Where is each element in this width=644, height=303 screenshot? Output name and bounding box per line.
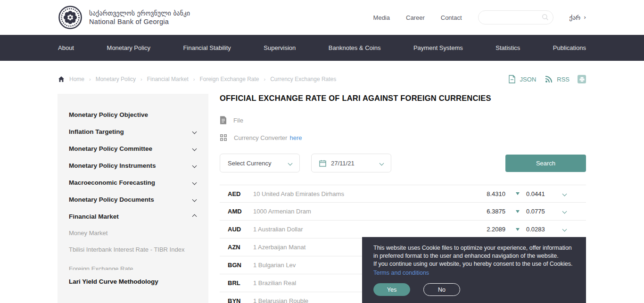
- chevron-down-icon[interactable]: [562, 209, 567, 214]
- chevron-up-icon: [192, 214, 197, 219]
- breadcrumb-home[interactable]: Home: [69, 76, 84, 82]
- chevron-separator-icon: ›: [140, 76, 142, 82]
- chevron-down-icon[interactable]: [562, 227, 567, 232]
- breadcrumb-actions: JSON RSS: [508, 75, 586, 83]
- sidebar-item-label: Lari Yield Curve Methodology: [69, 278, 158, 285]
- triangle-down-icon: [516, 228, 520, 231]
- currency-select-value: Select Currency: [228, 160, 271, 167]
- nbg-logo-icon: [58, 5, 83, 30]
- sidebar-item-monetary-policy-objective[interactable]: Monetary Policy Objective: [58, 106, 208, 123]
- currency-converter-icon: [220, 134, 227, 141]
- nav-item-payment-systems[interactable]: Payment Systems: [413, 44, 463, 51]
- home-icon[interactable]: [58, 76, 65, 82]
- currency-code: BRL: [228, 279, 253, 287]
- date-picker-value: 27/11/21: [331, 160, 355, 167]
- cookie-text-line1: This website uses Cookie files to optimi…: [373, 244, 575, 260]
- breadcrumb-currency-exchange-rates[interactable]: Currency Exchange Rates: [270, 76, 336, 82]
- currency-name: 1 Australian Dollar: [253, 226, 303, 233]
- chevron-down-icon: [192, 197, 197, 202]
- brand-title-english: National Bank of Georgia: [89, 18, 190, 25]
- page-title: OFFICIAL EXCHANGE RATE OF LARI AGAINST F…: [220, 94, 586, 103]
- sidebar-item-label: Monetary Policy Instruments: [69, 162, 156, 169]
- currency-name: 1 Brazilian Real: [253, 279, 296, 287]
- nav-item-banknotes-coins[interactable]: Banknotes & Coins: [329, 44, 381, 51]
- nav-item-financial-stability[interactable]: Financial Stability: [183, 44, 231, 51]
- currency-code: AMD: [228, 208, 253, 215]
- currency-name: 10 United Arab Emirates Dirhams: [253, 190, 344, 197]
- header-link-career[interactable]: Career: [406, 14, 425, 21]
- table-row-aed[interactable]: AED 10 United Arab Emirates Dirhams 8.43…: [220, 185, 586, 203]
- table-row-amd[interactable]: AMD 1000 Armenian Dram 6.3875 0.0775: [220, 203, 586, 221]
- triangle-down-icon: [516, 210, 520, 213]
- sidebar-item-label: Money Market: [69, 229, 107, 237]
- breadcrumb-financial-market[interactable]: Financial Market: [147, 76, 189, 82]
- sidebar-item-label: Monetary Policy Committee: [69, 145, 152, 152]
- chevron-down-icon[interactable]: [562, 191, 567, 196]
- sidebar-item-label: Macroeconomic Forecasting: [69, 179, 155, 186]
- table-row-aud[interactable]: AUD 1 Australian Dollar 2.2089 0.0283: [220, 221, 586, 238]
- sidebar-item-monetary-policy-instruments[interactable]: Monetary Policy Instruments: [58, 157, 208, 174]
- chevron-down-icon: [192, 129, 197, 134]
- chevron-separator-icon: ›: [193, 76, 195, 82]
- currency-change: 0.0775: [526, 208, 549, 215]
- brand-logo[interactable]: საქართველოს ეროვნული ბანკი National Bank…: [58, 5, 190, 30]
- nav-item-monetary-policy[interactable]: Monetary Policy: [107, 44, 150, 51]
- sidebar-item-tibr-index[interactable]: Tbilisi Interbank Interest Rate - TIBR I…: [58, 241, 208, 258]
- currency-select[interactable]: Select Currency: [220, 154, 300, 172]
- currency-rate: 2.2089: [481, 226, 505, 233]
- language-switcher[interactable]: ქარ ›: [570, 14, 586, 21]
- date-picker[interactable]: 27/11/21: [311, 154, 391, 172]
- currency-change: 0.0441: [526, 190, 549, 197]
- chevron-down-icon: [380, 161, 384, 165]
- terms-and-conditions-link[interactable]: Terms and conditions: [373, 270, 429, 276]
- sidebar-item-foreign-exchange-rate[interactable]: Foreign Exchange Rate: [58, 265, 208, 270]
- currency-name: 1 Belarusian Rouble: [253, 297, 308, 303]
- nav-item-about[interactable]: About: [58, 44, 74, 51]
- rss-icon[interactable]: [545, 75, 553, 83]
- sidebar-item-money-market[interactable]: Money Market: [58, 225, 208, 241]
- cookie-text-line2: If you continue using our website, you h…: [373, 260, 575, 268]
- sidebar-item-lari-yield-curve[interactable]: Lari Yield Curve Methodology: [58, 273, 208, 290]
- converter-row: Currency Converter here: [220, 134, 586, 141]
- main-navigation: About Monetary Policy Financial Stabilit…: [0, 35, 644, 61]
- rss-link[interactable]: RSS: [557, 76, 570, 83]
- header-right: Media Career Contact ქარ ›: [373, 10, 586, 25]
- json-file-icon[interactable]: [508, 75, 516, 83]
- chevron-down-icon: [192, 146, 197, 151]
- nav-item-publications[interactable]: Publications: [553, 44, 586, 51]
- filter-controls: Select Currency 27/11/21: [220, 154, 586, 172]
- sidebar-item-financial-market[interactable]: Financial Market: [58, 208, 208, 225]
- sidebar-item-macroeconomic-forecasting[interactable]: Macroeconomic Forecasting: [58, 174, 208, 191]
- cookie-yes-button[interactable]: Yes: [373, 283, 410, 296]
- sidebar-item-monetary-policy-documents[interactable]: Monetary Policy Documents: [58, 191, 208, 208]
- currency-code: BYN: [228, 297, 253, 303]
- nav-item-statistics[interactable]: Statistics: [495, 44, 520, 51]
- currency-code: AZN: [228, 244, 253, 251]
- file-icon[interactable]: [220, 116, 227, 124]
- breadcrumb: Home › Monetary Policy › Financial Marke…: [58, 76, 336, 82]
- cookie-consent-banner: This website uses Cookie files to optimi…: [362, 237, 586, 303]
- search-button[interactable]: Search: [505, 155, 586, 172]
- sidebar-item-inflation-targeting[interactable]: Inflation Targeting: [58, 123, 208, 140]
- currency-name: 1000 Armenian Dram: [253, 208, 311, 215]
- converter-label: Currency Converter: [234, 134, 287, 141]
- currency-code: AED: [228, 190, 253, 197]
- sidebar-item-label: Tbilisi Interbank Interest Rate - TIBR I…: [69, 246, 184, 253]
- cookie-no-button[interactable]: No: [423, 283, 460, 296]
- breadcrumb-foreign-exchange-rate[interactable]: Foreign Exchange Rate: [199, 76, 259, 82]
- language-label: ქარ: [570, 14, 581, 21]
- header-link-media[interactable]: Media: [373, 14, 390, 21]
- converter-here-link[interactable]: here: [289, 134, 302, 141]
- currency-rate: 6.3875: [481, 208, 505, 215]
- file-label[interactable]: File: [233, 117, 243, 124]
- brand-title-georgian: საქართველოს ეროვნული ბანკი: [89, 9, 190, 17]
- sidebar-item-label: Inflation Targeting: [69, 128, 124, 135]
- header-link-contact[interactable]: Contact: [441, 14, 462, 21]
- printer-icon[interactable]: [578, 75, 586, 83]
- search-icon[interactable]: [542, 14, 549, 21]
- json-link[interactable]: JSON: [520, 76, 537, 83]
- sidebar-item-monetary-policy-committee[interactable]: Monetary Policy Committee: [58, 140, 208, 157]
- top-header: საქართველოს ეროვნული ბანკი National Bank…: [0, 0, 644, 35]
- nav-item-supervision[interactable]: Supervision: [264, 44, 296, 51]
- breadcrumb-monetary-policy[interactable]: Monetary Policy: [96, 76, 136, 82]
